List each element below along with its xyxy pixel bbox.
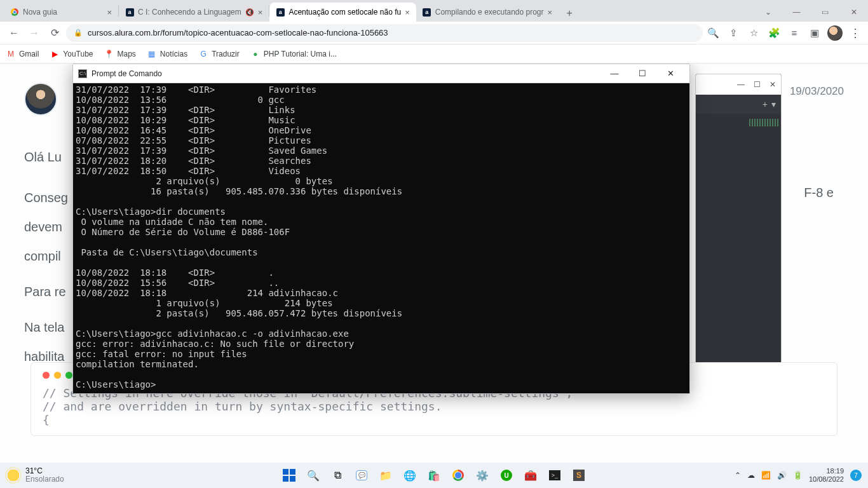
volume-icon[interactable]: 🔊 xyxy=(777,471,787,480)
minimize-icon[interactable]: ― xyxy=(600,65,628,83)
onedrive-icon[interactable]: ☁ xyxy=(747,471,755,480)
tab-1[interactable]: a C I: Conhecendo a Linguagem 🔇 × xyxy=(119,3,269,22)
mute-icon[interactable]: 🔇 xyxy=(245,8,254,17)
tab-title: Compilando e executando progr xyxy=(435,8,544,17)
dot-red-icon xyxy=(43,372,50,379)
bookmark-maps[interactable]: 📍Maps xyxy=(105,50,136,58)
chevron-down-icon[interactable]: ⌄ xyxy=(754,3,782,22)
toolbar: ← → ⟳ 🔒 cursos.alura.com.br/forum/topico… xyxy=(0,22,868,44)
tab-0[interactable]: Nova guia × xyxy=(4,3,118,22)
bookmarks-bar: MGmail ▶YouTube 📍Maps ▦Notícias GTraduzi… xyxy=(0,44,868,64)
close-icon[interactable]: × xyxy=(405,8,410,17)
youtube-icon: ▶ xyxy=(50,50,59,58)
close-icon[interactable]: × xyxy=(258,8,263,17)
bookmark-gmail[interactable]: MGmail xyxy=(6,50,39,58)
toolbar-icons: 🔍 ⇪ ☆ 🧩 ≡ ▣ ⋮ xyxy=(705,25,863,41)
search-icon[interactable]: 🔍 xyxy=(305,467,322,484)
settings-icon[interactable]: ⚙️ xyxy=(474,467,491,484)
url-text: cursos.alura.com.br/forum/topico-acentua… xyxy=(88,28,388,37)
minimize-icon[interactable]: ― xyxy=(737,80,745,89)
app-icon[interactable]: 🧰 xyxy=(522,467,539,484)
tab-3[interactable]: a Compilando e executando progr × xyxy=(416,3,559,22)
minimize-icon[interactable]: ― xyxy=(782,3,811,22)
close-icon[interactable]: ✕ xyxy=(839,3,868,22)
forward-button[interactable]: → xyxy=(25,24,43,42)
taskbar: 31°C Ensolarado 🔍 ⧉ 💬 📁 🌐 🛍️ ⚙️ U 🧰 >_ S… xyxy=(0,463,868,488)
gmail-icon: M xyxy=(6,50,15,58)
chevron-down-icon[interactable]: ▾ xyxy=(771,99,776,109)
zoom-icon[interactable]: 🔍 xyxy=(705,25,721,41)
sublime-titlebar: ― ☐ ✕ xyxy=(696,74,781,95)
browser-chrome: Nova guia × a C I: Conhecendo a Linguage… xyxy=(0,0,868,64)
maximize-icon[interactable]: ☐ xyxy=(754,80,761,89)
maps-icon: 📍 xyxy=(105,50,114,58)
edge-icon[interactable]: 🌐 xyxy=(402,467,418,484)
reading-list-icon[interactable]: ≡ xyxy=(787,25,802,41)
explorer-icon[interactable]: 📁 xyxy=(377,467,394,484)
side-panel-icon[interactable]: ▣ xyxy=(807,25,822,41)
clock[interactable]: 18:19 10/08/2022 xyxy=(809,467,844,484)
close-icon[interactable]: ✕ xyxy=(770,80,776,89)
chrome-icon[interactable] xyxy=(450,467,466,484)
menu-icon[interactable]: ⋮ xyxy=(848,25,863,41)
windows-icon xyxy=(283,469,295,482)
clock-date: 10/08/2022 xyxy=(809,475,844,484)
tab-title: Nova guia xyxy=(23,8,103,17)
profile-avatar[interactable] xyxy=(827,25,843,41)
close-icon[interactable]: × xyxy=(107,8,112,17)
window-controls: ⌄ ― ▭ ✕ xyxy=(754,3,868,22)
back-button[interactable]: ← xyxy=(5,24,23,42)
start-button[interactable] xyxy=(281,467,297,484)
sublime-icon[interactable]: S xyxy=(571,467,587,484)
chat-icon[interactable]: 💬 xyxy=(353,467,370,484)
battery-icon[interactable]: 🔋 xyxy=(793,471,803,480)
bookmark-youtube[interactable]: ▶YouTube xyxy=(50,50,93,58)
task-view-icon[interactable]: ⧉ xyxy=(329,467,346,484)
alura-icon: a xyxy=(423,8,431,17)
close-icon[interactable]: ✕ xyxy=(656,65,684,83)
extensions-icon[interactable]: 🧩 xyxy=(766,25,782,41)
code-line: { xyxy=(43,413,825,426)
cmd-title-text: Prompt de Comando xyxy=(92,69,162,78)
address-bar[interactable]: 🔒 cursos.alura.com.br/forum/topico-acent… xyxy=(66,24,703,42)
system-tray: ⌃ ☁ 📶 🔊 🔋 18:19 10/08/2022 7 xyxy=(735,467,862,484)
terminal-icon[interactable]: >_ xyxy=(546,467,563,484)
minimap[interactable] xyxy=(749,119,780,126)
cmd-titlebar[interactable]: C:\ Prompt de Comando ― ☐ ✕ xyxy=(73,64,689,83)
maximize-icon[interactable]: ☐ xyxy=(628,65,656,83)
news-icon: ▦ xyxy=(147,50,156,58)
reload-button[interactable]: ⟳ xyxy=(46,24,64,42)
chrome-icon xyxy=(10,8,19,17)
share-icon[interactable]: ⇪ xyxy=(726,25,741,41)
notifications-badge[interactable]: 7 xyxy=(850,470,862,481)
cmd-output[interactable]: 31/07/2022 17:39 <DIR> Favorites 10/08/2… xyxy=(73,83,689,393)
close-icon[interactable]: × xyxy=(548,8,553,17)
dot-green-icon xyxy=(65,372,72,379)
dot-yellow-icon xyxy=(54,372,61,379)
star-icon[interactable]: ☆ xyxy=(746,25,761,41)
tray-chevron-icon[interactable]: ⌃ xyxy=(735,471,741,480)
clock-time: 18:19 xyxy=(826,467,844,475)
bookmark-php[interactable]: ●PHP Tutorial: Uma i... xyxy=(251,50,337,58)
bookmark-noticias[interactable]: ▦Notícias xyxy=(147,50,187,58)
cmd-window[interactable]: C:\ Prompt de Comando ― ☐ ✕ 31/07/2022 1… xyxy=(72,64,690,394)
sublime-tabbar: + ▾ xyxy=(696,95,781,114)
weather-widget[interactable]: 31°C Ensolarado xyxy=(6,467,64,484)
tabstrip: Nova guia × a C I: Conhecendo a Linguage… xyxy=(0,0,868,22)
translate-icon: G xyxy=(199,50,208,58)
add-tab-icon[interactable]: + xyxy=(763,99,768,109)
cmd-icon: C:\ xyxy=(78,69,87,78)
bookmark-traduzir[interactable]: GTraduzir xyxy=(199,50,240,58)
store-icon[interactable]: 🛍️ xyxy=(426,467,442,484)
new-tab-button[interactable]: + xyxy=(561,5,578,22)
tab-title: C I: Conhecendo a Linguagem xyxy=(138,8,241,17)
wifi-icon[interactable]: 📶 xyxy=(761,471,771,480)
tab-2[interactable]: a Acentuação com setlocale não fu × xyxy=(269,3,416,22)
task-center: 🔍 ⧉ 💬 📁 🌐 🛍️ ⚙️ U 🧰 >_ S xyxy=(281,467,587,484)
reply-avatar[interactable] xyxy=(24,83,57,116)
link-icon: ● xyxy=(251,50,260,58)
code-line: // and are overridden in turn by syntax-… xyxy=(43,400,825,413)
maximize-icon[interactable]: ▭ xyxy=(811,3,839,22)
alura-icon: a xyxy=(125,8,134,17)
upwork-icon[interactable]: U xyxy=(498,467,515,484)
